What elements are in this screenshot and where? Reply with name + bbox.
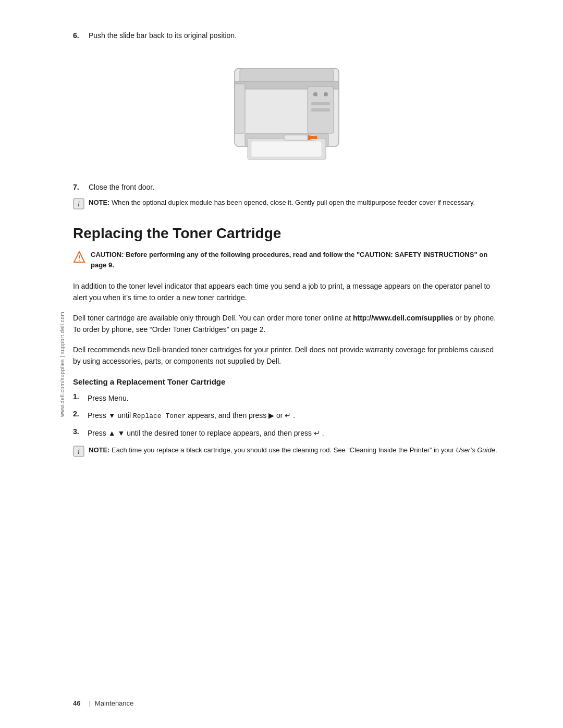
footer-divider: | xyxy=(89,699,90,707)
step-3: 3. Press ▲ ▼ until the desired toner to … xyxy=(73,427,500,439)
paragraph-2: Dell toner cartridge are available only … xyxy=(73,312,500,336)
step-2-body: Press ▼ until Replace Toner appears, and… xyxy=(88,410,500,422)
note-icon-1: i xyxy=(73,198,84,209)
note-1-label: NOTE: xyxy=(89,199,109,206)
step-6-number: 6. xyxy=(73,31,89,40)
note-icon-2: i xyxy=(73,446,84,457)
step-1-num: 1. xyxy=(73,392,88,401)
step-3-num: 3. xyxy=(73,427,88,436)
svg-rect-14 xyxy=(235,84,245,133)
svg-text:i: i xyxy=(78,200,80,208)
paragraph-2-pre: Dell toner cartridge are available only … xyxy=(73,314,353,322)
caution-text: CAUTION: Before performing any of the fo… xyxy=(91,250,500,270)
step-7: 7. Close the front door. xyxy=(73,183,500,191)
step-2: 2. Press ▼ until Replace Toner appears, … xyxy=(73,410,500,422)
section-heading: Replacing the Toner Cartridge xyxy=(73,225,500,242)
step-1: 1. Press Menu. xyxy=(73,392,500,404)
caution-box: CAUTION: Before performing any of the fo… xyxy=(73,250,500,270)
step-3-body: Press ▲ ▼ until the desired toner to rep… xyxy=(88,427,500,439)
svg-point-4 xyxy=(313,92,317,96)
caution-icon xyxy=(73,251,85,263)
step-6-content: Push the slide bar back to its original … xyxy=(89,31,500,40)
printer-illustration xyxy=(203,53,370,167)
note-1: i NOTE: When the optional duplex module … xyxy=(73,198,500,209)
sidebar-text: www.dell.com/supplies | support.dell.com xyxy=(59,311,65,416)
step-6: 6. Push the slide bar back to its origin… xyxy=(73,31,500,40)
svg-rect-7 xyxy=(311,108,330,112)
svg-text:i: i xyxy=(78,448,80,455)
note-2-label: NOTE: xyxy=(89,446,109,454)
steps-list: 1. Press Menu. 2. Press ▼ until Replace … xyxy=(73,392,500,439)
step-1-body: Press Menu. xyxy=(88,392,500,404)
subsection-heading: Selecting a Replacement Toner Cartridge xyxy=(73,377,500,386)
paragraph-2-link: http://www.dell.com/supplies xyxy=(353,314,453,322)
note-2-italic: User’s Guide xyxy=(456,446,495,454)
footer-section: Maintenance xyxy=(95,699,133,707)
svg-rect-6 xyxy=(311,102,330,105)
paragraph-3: Dell recommends new Dell-branded toner c… xyxy=(73,344,500,367)
note-1-text: NOTE: When the optional duplex module ha… xyxy=(89,198,475,208)
page-footer: 46 | Maintenance xyxy=(73,699,500,707)
svg-point-19 xyxy=(79,260,80,261)
svg-point-5 xyxy=(324,92,328,96)
printer-image-container xyxy=(73,53,500,167)
paragraph-1: In addition to the toner level indicator… xyxy=(73,280,500,304)
page-container: www.dell.com/supplies | support.dell.com… xyxy=(0,0,563,728)
page-number: 46 xyxy=(73,699,80,707)
step-7-content: Close the front door. xyxy=(89,183,500,191)
note-2-text: NOTE: Each time you replace a black cart… xyxy=(89,445,497,455)
svg-rect-13 xyxy=(308,136,317,139)
step-7-number: 7. xyxy=(73,183,89,191)
caution-label: CAUTION: xyxy=(91,251,124,258)
step-2-code: Replace Toner xyxy=(133,412,186,420)
step-2-num: 2. xyxy=(73,410,88,418)
note-2-post: . xyxy=(495,446,497,454)
note-2: i NOTE: Each time you replace a black ca… xyxy=(73,445,500,457)
svg-rect-10 xyxy=(251,141,322,157)
